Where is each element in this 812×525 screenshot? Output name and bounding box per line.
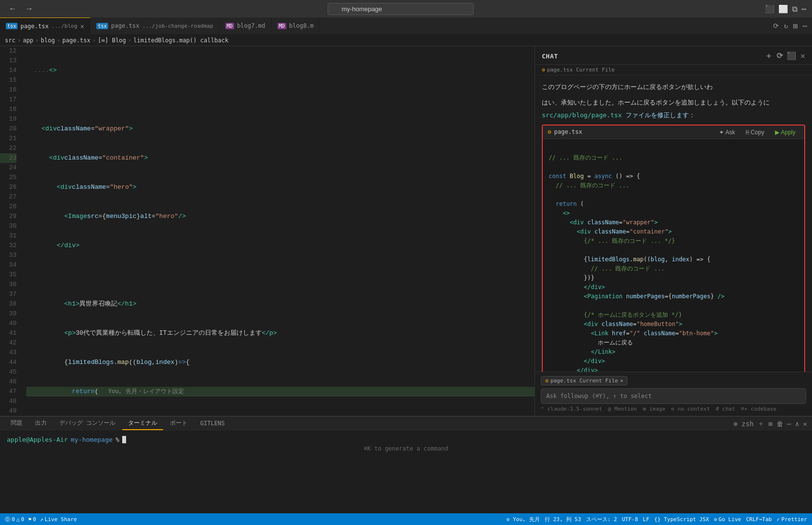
info-count: 0 bbox=[33, 516, 37, 523]
chat-history-icon[interactable]: ⟳ bbox=[776, 51, 783, 61]
sidebar-toggle-icon[interactable]: ⬛ bbox=[765, 4, 775, 14]
tab-debug-console[interactable]: デバッグ コンソール bbox=[54, 417, 121, 430]
code-area[interactable]: ....<> <div className="wrapper"> <div cl… bbox=[21, 46, 535, 416]
copy-button[interactable]: ⎘ Copy bbox=[742, 128, 768, 137]
model-hint[interactable]: ⌃ claude-3.5-sonnet bbox=[541, 406, 602, 412]
chat-panel: CHAT ＋ ⟳ ⬛ ✕ ⚙ page.tsx Current File このブ… bbox=[535, 46, 812, 416]
editor-layout-icon[interactable]: ⬜ bbox=[778, 4, 788, 14]
panel-layout-icon[interactable]: ⧉ bbox=[792, 4, 797, 14]
tab-terminal[interactable]: ターミナル bbox=[122, 417, 163, 430]
live-share-label: Live Share bbox=[45, 516, 77, 523]
terminal-dir: my-homepage bbox=[71, 436, 112, 443]
chat-title: CHAT bbox=[542, 53, 558, 60]
settings-icon: ⚙ bbox=[548, 127, 551, 137]
terminal-plus-icon[interactable]: ＋ bbox=[757, 419, 764, 428]
terminal-up-icon[interactable]: ∧ bbox=[795, 420, 799, 428]
ai-file-ref: src/app/blog/page.tsx ファイルを修正します： bbox=[542, 110, 805, 121]
error-count: 0 bbox=[12, 516, 15, 523]
file-tag-close[interactable]: × bbox=[620, 378, 624, 384]
tab-output[interactable]: 出力 bbox=[29, 417, 53, 430]
image-hint[interactable]: ⊞ image bbox=[643, 406, 665, 412]
breadcrumb-item[interactable]: page.tsx bbox=[62, 37, 91, 44]
tab-page-job[interactable]: tsx page.tsx .../job-change-roadmap bbox=[91, 18, 220, 34]
tab-page-blog[interactable]: tsx page.tsx .../blog × bbox=[0, 18, 91, 34]
tab-blog7[interactable]: MD blog7.md bbox=[220, 18, 272, 34]
md-icon-1: MD bbox=[225, 23, 234, 29]
code-line: <p>30代で異業種から転職した、ITエンジニアの日常をお届けします</p> bbox=[26, 328, 535, 338]
status-eol[interactable]: LF bbox=[643, 516, 649, 523]
terminal-add-icon[interactable]: ⊕ bbox=[734, 420, 738, 428]
live-share-button[interactable]: ↗ Live Share bbox=[40, 516, 77, 523]
terminal-more-icon[interactable]: ⋯ bbox=[787, 420, 791, 428]
title-bar: ← → ⬛ ⬜ ⧉ ⋯ bbox=[0, 0, 812, 18]
code-line: <div className="hero"> bbox=[26, 182, 535, 192]
terminal-area[interactable]: apple@Apples-Air my-homepage % ⌘K to gen… bbox=[0, 431, 812, 513]
more-actions-icon[interactable]: ⋯ bbox=[802, 21, 807, 31]
tab-close-icon[interactable]: × bbox=[80, 22, 84, 30]
nav-back-button[interactable]: ← bbox=[6, 3, 19, 14]
chat-file-tag[interactable]: ⚙ page.tsx Current File × bbox=[541, 376, 627, 385]
prettier-label: Prettier bbox=[781, 516, 807, 523]
chat-settings-icon[interactable]: ⬛ bbox=[787, 51, 796, 61]
status-user[interactable]: ⊙ You, 先月 bbox=[506, 516, 539, 523]
close-chat-icon[interactable]: ✕ bbox=[800, 51, 805, 61]
context-hint[interactable]: ⊖ no context bbox=[671, 406, 710, 412]
status-info-count[interactable]: ⚑ 0 bbox=[28, 516, 36, 523]
code-line bbox=[26, 270, 535, 280]
main-content: 1213141516 1718192021 2223242526 2728293… bbox=[0, 46, 812, 416]
status-cursor-pos[interactable]: 行 23, 列 53 bbox=[545, 516, 581, 523]
customize-layout-icon[interactable]: ⋯ bbox=[801, 4, 806, 14]
tab-blog8[interactable]: MD blog8.m bbox=[272, 18, 320, 34]
tab-label: page.tsx bbox=[20, 23, 49, 30]
add-chat-icon[interactable]: ＋ bbox=[765, 51, 773, 61]
breadcrumb-item[interactable]: blog bbox=[41, 37, 55, 44]
breadcrumb-item[interactable]: app bbox=[23, 37, 34, 44]
split-editor-icon[interactable]: ⟳ bbox=[773, 22, 779, 30]
breadcrumb-icon[interactable]: ⊞ bbox=[793, 21, 798, 31]
apply-button[interactable]: ▶ Apply bbox=[771, 128, 799, 137]
status-crlf[interactable]: CRLF→Tab bbox=[746, 516, 772, 523]
code-filename: page.tsx bbox=[554, 127, 582, 137]
tab-ports[interactable]: ポート bbox=[164, 417, 193, 430]
status-encoding[interactable]: UTF-8 bbox=[622, 516, 638, 523]
tab-path-2: .../job-change-roadmap bbox=[142, 23, 213, 29]
terminal-close-icon[interactable]: ✕ bbox=[803, 420, 807, 428]
redo-icon[interactable]: ↻ bbox=[784, 22, 788, 30]
chat-code-block-header: ⚙ page.tsx ✦ Ask ⎘ Copy bbox=[543, 126, 804, 139]
chat-hint[interactable]: # chat bbox=[716, 406, 735, 412]
breadcrumb-sep: › bbox=[36, 37, 39, 44]
status-spaces[interactable]: スペース: 2 bbox=[586, 516, 617, 523]
status-prettier[interactable]: ✓ Prettier bbox=[776, 516, 807, 523]
terminal-hint: ⌘K to generate a command bbox=[7, 445, 805, 452]
tab-problems[interactable]: 問題 bbox=[5, 417, 28, 430]
terminal-split-icon[interactable]: ⊞ bbox=[768, 420, 772, 428]
terminal-user: apple@Apples-Air bbox=[7, 436, 68, 443]
title-bar-search bbox=[36, 3, 765, 15]
breadcrumb-item[interactable]: src bbox=[5, 37, 16, 44]
bottom-tabs: 問題 出力 デバッグ コンソール ターミナル ポート GITLENS ⊕ zsh… bbox=[0, 416, 812, 431]
editor-content[interactable]: 1213141516 1718192021 2223242526 2728293… bbox=[0, 46, 535, 416]
status-language[interactable]: {} TypeScript JSX bbox=[654, 516, 709, 523]
md-icon-2: MD bbox=[277, 23, 286, 29]
status-go-live[interactable]: ⊙ Go Live bbox=[714, 516, 741, 523]
ask-button[interactable]: ✦ Ask bbox=[715, 128, 739, 137]
code-line: <Image src={menu3pic} alt="hero" /> bbox=[26, 212, 535, 221]
chat-file-badge: ⚙ page.tsx Current File bbox=[535, 65, 812, 75]
status-bar-right: ⊙ You, 先月 行 23, 列 53 スペース: 2 UTF-8 LF {}… bbox=[506, 516, 807, 523]
language-label: {} TypeScript JSX bbox=[654, 516, 709, 523]
mention-hint[interactable]: @ Mention bbox=[608, 406, 637, 412]
crlf-label: CRLF→Tab bbox=[746, 516, 772, 523]
prettier-icon: ✓ bbox=[776, 516, 780, 523]
status-errors[interactable]: ⓪ 0 △ 0 bbox=[5, 516, 24, 523]
tab-gitlens[interactable]: GITLENS bbox=[194, 418, 231, 430]
user-label: ⊙ You, 先月 bbox=[506, 516, 539, 523]
terminal-trash-icon[interactable]: 🗑 bbox=[776, 420, 783, 428]
breadcrumb-item[interactable]: limitedBlogs.map() callback bbox=[133, 37, 228, 44]
chat-input-area[interactable]: Ask followup (⌘Y), ↑ to select bbox=[541, 388, 806, 404]
encoding-label: UTF-8 bbox=[622, 516, 638, 523]
breadcrumb-item[interactable]: [∞] Blog bbox=[98, 37, 126, 44]
search-input[interactable] bbox=[328, 3, 474, 15]
nav-forward-button[interactable]: → bbox=[22, 3, 36, 14]
codebase-hint[interactable]: ⌘+ codebase bbox=[741, 406, 776, 412]
chat-footer: ⚙ page.tsx Current File × Ask followup (… bbox=[535, 372, 812, 416]
